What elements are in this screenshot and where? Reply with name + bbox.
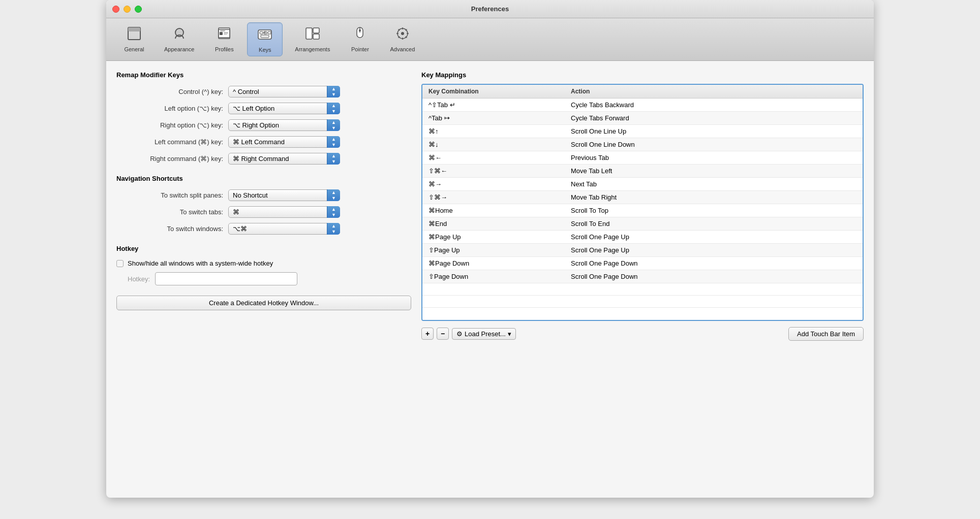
switch-windows-select[interactable]: ⌥⌘ [228,223,340,235]
svg-rect-7 [224,33,228,34]
action-cell: Move Tab Left [565,165,863,178]
pointer-icon [352,25,368,44]
key-table-row[interactable]: ^⇧Tab ↵Cycle Tabs Backward [422,99,863,112]
key-table-row[interactable]: ⌘Page DownScroll One Page Down [422,257,863,270]
switch-panes-label: To switch split panes: [116,191,228,199]
switch-panes-select[interactable]: No Shortcut [228,189,340,201]
minimize-button[interactable] [124,6,131,13]
left-option-select-wrapper: ⌥ Left Option ▲ ▼ [228,103,340,114]
key-table-row[interactable]: ⌘HomeScroll To Top [422,204,863,217]
preferences-window: Preferences General Appearance [106,0,874,498]
action-cell: Cycle Tabs Backward [565,99,863,112]
hotkey-checkbox-text: Show/hide all windows with a system-wide… [128,260,273,267]
toolbar-appearance[interactable]: Appearance [157,22,201,55]
left-command-select[interactable]: ⌘ Left Command [228,136,340,148]
left-panel: Remap Modifier Keys Control (^) key: ^ C… [116,71,411,488]
svg-rect-8 [224,34,227,35]
keys-label: Keys [259,47,271,53]
toolbar-keys[interactable]: ⌘ Keys [247,22,283,56]
key-table-row[interactable] [422,283,863,296]
key-combination-cell: ⌘Page Up [422,231,565,244]
close-button[interactable] [112,6,119,13]
right-option-row: Right option (⌥) key: ⌥ Right Option ▲ ▼ [116,119,411,131]
action-cell: Cycle Tabs Forward [565,112,863,125]
advanced-icon [394,25,411,44]
left-option-select[interactable]: ⌥ Left Option [228,103,340,114]
key-table-wrapper: Key Combination Action ^⇧Tab ↵Cycle Tabs… [421,84,864,321]
load-preset-label: Load Preset... [465,330,506,338]
hotkey-input[interactable] [155,272,297,285]
right-option-select[interactable]: ⌥ Right Option [228,119,340,131]
key-table-row[interactable]: ⌘↑Scroll One Line Up [422,125,863,138]
action-cell: Previous Tab [565,151,863,165]
key-table-row[interactable]: ⇧Page UpScroll One Page Up [422,244,863,257]
key-table-row[interactable]: ⌘←Previous Tab [422,151,863,165]
arrangements-label: Arrangements [295,46,330,52]
key-table-row[interactable]: ⇧⌘←Move Tab Left [422,165,863,178]
svg-rect-17 [313,28,319,33]
key-table-row[interactable] [422,308,863,320]
svg-point-21 [359,29,361,31]
svg-rect-9 [220,30,225,31]
right-command-select-wrapper: ⌘ Right Command ▲ ▼ [228,153,340,165]
key-combination-cell: ⌘↓ [422,138,565,151]
right-command-label: Right command (⌘) key: [116,155,228,163]
add-touch-bar-button[interactable]: Add Touch Bar Item [788,327,864,341]
remap-section-title: Remap Modifier Keys [116,71,411,79]
switch-tabs-select-wrapper: ⌘ ▲ ▼ [228,206,340,218]
key-table-row[interactable]: ⌘→Next Tab [422,178,863,191]
key-mappings-title: Key Mappings [421,71,864,79]
key-table-row[interactable]: ⌘Page UpScroll One Page Up [422,231,863,244]
toolbar-profiles[interactable]: Profiles [206,22,242,55]
right-command-select[interactable]: ⌘ Right Command [228,153,340,165]
nav-section-title: Navigation Shortcuts [116,175,411,182]
key-table-row[interactable]: ⇧⌘→Move Tab Right [422,191,863,204]
key-table-row[interactable]: ⌘↓Scroll One Line Down [422,138,863,151]
svg-rect-16 [306,28,312,39]
arrangements-icon [304,25,321,44]
key-table-row[interactable] [422,296,863,308]
control-row: Control (^) key: ^ Control ▲ ▼ [116,86,411,98]
key-combination-cell: ⌘End [422,217,565,231]
action-cell: Scroll One Line Down [565,138,863,151]
key-combination-cell: ^⇧Tab ↵ [422,99,565,112]
toolbar-pointer[interactable]: Pointer [342,22,378,55]
remove-mapping-button[interactable]: − [437,328,449,340]
load-preset-button[interactable]: ⚙ Load Preset... ▾ [452,328,516,340]
right-option-label: Right option (⌥) key: [116,121,228,129]
key-table-row[interactable]: ⇧Page DownScroll One Page Down [422,270,863,283]
switch-tabs-select[interactable]: ⌘ [228,206,340,218]
action-cell: Scroll One Page Down [565,257,863,270]
key-combination-cell: ⇧Page Up [422,244,565,257]
maximize-button[interactable] [135,6,142,13]
key-table-row[interactable]: ⌘EndScroll To End [422,217,863,231]
key-combination-cell [422,308,565,320]
toolbar-arrangements[interactable]: Arrangements [288,22,337,55]
window-controls [112,6,142,13]
add-mapping-button[interactable]: + [421,328,434,340]
profiles-label: Profiles [215,46,234,52]
right-option-select-wrapper: ⌥ Right Option ▲ ▼ [228,119,340,131]
left-command-select-wrapper: ⌘ Left Command ▲ ▼ [228,136,340,148]
general-label: General [124,46,144,52]
control-select[interactable]: ^ Control [228,86,340,98]
hotkey-checkbox-label[interactable]: Show/hide all windows with a system-wide… [116,260,273,267]
dedicated-hotkey-button[interactable]: Create a Dedicated Hotkey Window... [116,296,411,310]
table-toolbar: + − ⚙ Load Preset... ▾ Add Touch Bar Ite… [421,327,864,341]
main-content: Remap Modifier Keys Control (^) key: ^ C… [106,61,874,498]
key-combination-cell: ⇧⌘→ [422,191,565,204]
appearance-label: Appearance [164,46,194,52]
key-combination-cell: ⌘Page Down [422,257,565,270]
action-cell: Scroll To Top [565,204,863,217]
hotkey-checkbox-row: Show/hide all windows with a system-wide… [116,260,411,267]
toolbar-advanced[interactable]: Advanced [383,22,422,55]
toolbar-general[interactable]: General [116,22,152,55]
key-combination-cell: ⌘↑ [422,125,565,138]
right-command-row: Right command (⌘) key: ⌘ Right Command ▲… [116,153,411,165]
hotkey-checkbox[interactable] [116,260,124,267]
switch-windows-label: To switch windows: [116,225,228,233]
action-cell: Scroll One Line Up [565,125,863,138]
hotkey-field-row: Hotkey: [128,272,411,285]
title-bar: Preferences [106,0,874,18]
key-table-row[interactable]: ^Tab ↦Cycle Tabs Forward [422,112,863,125]
